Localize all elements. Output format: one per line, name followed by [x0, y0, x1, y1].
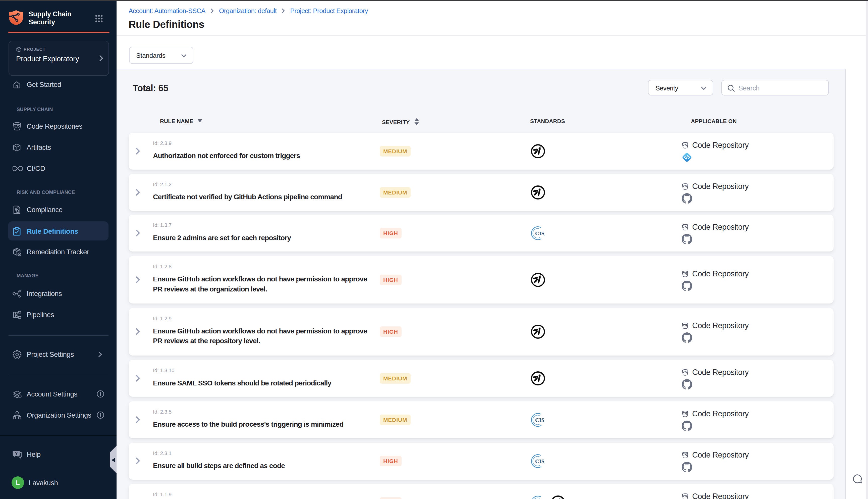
svg-text:?: ?	[15, 451, 17, 456]
